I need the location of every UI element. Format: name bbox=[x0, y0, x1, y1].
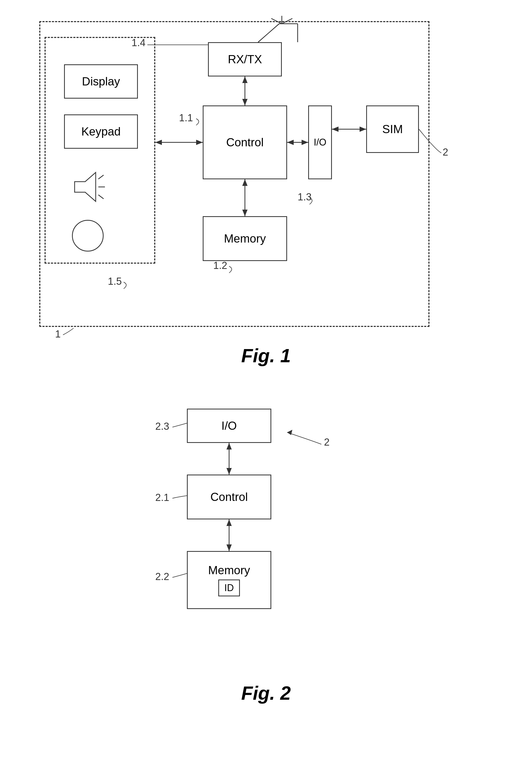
fig2-memory-box: Memory ID bbox=[187, 551, 271, 609]
svg-marker-0 bbox=[75, 172, 96, 201]
svg-text:2: 2 bbox=[324, 437, 330, 448]
io-box: I/O bbox=[308, 105, 332, 179]
control-label: Control bbox=[226, 136, 264, 149]
svg-marker-37 bbox=[226, 544, 232, 551]
display-box: Display bbox=[64, 64, 138, 99]
control-box: Control bbox=[203, 105, 287, 179]
memory-box: Memory bbox=[203, 216, 287, 261]
sim-label: SIM bbox=[382, 123, 403, 136]
sim-box: SIM bbox=[366, 105, 419, 153]
fig2-title: Fig. 2 bbox=[134, 682, 398, 704]
svg-text:2.3: 2.3 bbox=[155, 421, 169, 432]
fig2-id-box: ID bbox=[218, 579, 240, 596]
svg-text:2.2: 2.2 bbox=[155, 571, 169, 582]
svg-marker-36 bbox=[226, 519, 232, 526]
display-label: Display bbox=[82, 75, 120, 88]
keypad-label: Keypad bbox=[81, 125, 120, 138]
rxtx-label: RX/TX bbox=[228, 53, 262, 66]
svg-marker-33 bbox=[226, 443, 232, 450]
svg-text:1: 1 bbox=[55, 329, 61, 340]
rxtx-box: RX/TX bbox=[208, 42, 282, 76]
svg-marker-42 bbox=[287, 430, 292, 435]
fig2-io-box: I/O bbox=[187, 409, 271, 443]
memory-label: Memory bbox=[224, 232, 266, 245]
camera-lens-icon bbox=[72, 220, 104, 252]
fig2-control-box: Control bbox=[187, 475, 271, 519]
fig1-title-text: Fig. 1 bbox=[241, 345, 291, 366]
svg-marker-34 bbox=[226, 468, 232, 475]
svg-text:2.1: 2.1 bbox=[155, 492, 169, 503]
speaker-icon bbox=[67, 167, 106, 207]
figure-2: I/O Control Memory ID 2.3 bbox=[134, 393, 398, 709]
svg-text:2: 2 bbox=[443, 147, 448, 158]
figure-1: Display Keypad RX/TX bbox=[29, 16, 503, 372]
svg-line-1 bbox=[98, 175, 104, 179]
io-label: I/O bbox=[314, 137, 326, 148]
fig1-title: Fig. 1 bbox=[29, 345, 503, 366]
fig2-id-label: ID bbox=[224, 582, 234, 593]
fig2-title-text: Fig. 2 bbox=[241, 683, 291, 704]
ui-components-border: Display Keypad bbox=[45, 37, 155, 264]
fig2-control-label: Control bbox=[210, 490, 248, 504]
keypad-box: Keypad bbox=[64, 114, 138, 149]
fig2-memory-label: Memory bbox=[208, 564, 250, 577]
fig2-io-label: I/O bbox=[221, 419, 237, 432]
svg-line-3 bbox=[98, 195, 104, 199]
